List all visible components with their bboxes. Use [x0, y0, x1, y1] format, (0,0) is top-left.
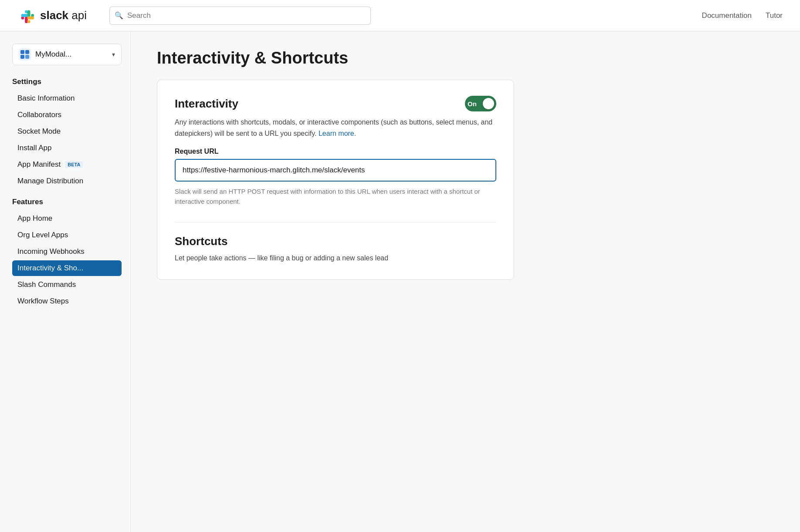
shortcuts-description: Let people take actions — like filing a …: [175, 253, 496, 264]
app-selector-icon: [19, 48, 31, 61]
features-section: Features App Home Org Level Apps Incomin…: [12, 198, 122, 309]
search-icon: 🔍: [115, 11, 123, 20]
search-bar: 🔍: [109, 7, 371, 25]
sidebar-item-manage-distribution[interactable]: Manage Distribution: [12, 173, 122, 189]
svg-rect-1: [20, 50, 24, 54]
sidebar-item-socket-mode[interactable]: Socket Mode: [12, 124, 122, 139]
settings-section: Settings Basic Information Collaborators…: [12, 77, 122, 189]
section-divider: [175, 222, 496, 222]
toggle-knob: [483, 98, 494, 109]
svg-rect-4: [25, 55, 29, 59]
toggle-label: On: [468, 100, 477, 108]
sidebar-item-app-home[interactable]: App Home: [12, 211, 122, 226]
logo[interactable]: slack api: [17, 7, 87, 25]
sidebar-item-basic-information[interactable]: Basic Information: [12, 91, 122, 106]
svg-rect-2: [25, 50, 29, 54]
sidebar-item-workflow-steps[interactable]: Workflow Steps: [12, 293, 122, 309]
svg-rect-0: [19, 48, 31, 61]
layout: MyModal... ▾ Settings Basic Information …: [0, 31, 800, 532]
sidebar-item-org-level-apps[interactable]: Org Level Apps: [12, 227, 122, 243]
sidebar: MyModal... ▾ Settings Basic Information …: [0, 31, 131, 532]
interactivity-section-header: Interactivity On: [175, 96, 496, 111]
main-content: Interactivity & Shortcuts Interactivity …: [131, 31, 800, 532]
svg-rect-3: [20, 55, 24, 59]
request-url-hint: Slack will send an HTTP POST request wit…: [175, 187, 496, 206]
sidebar-item-install-app[interactable]: Install App: [12, 140, 122, 156]
sidebar-item-collaborators[interactable]: Collaborators: [12, 107, 122, 123]
logo-text: slack api: [40, 9, 87, 22]
interactivity-toggle[interactable]: On: [465, 96, 496, 111]
page-title: Interactivity & Shortcuts: [157, 49, 774, 67]
shortcuts-title: Shortcuts: [175, 235, 496, 248]
learn-more-link[interactable]: Learn more.: [319, 130, 356, 137]
search-input[interactable]: [109, 7, 371, 25]
app-selector-name: MyModal...: [35, 50, 108, 59]
header-nav: Documentation Tutor: [702, 11, 783, 20]
main-card: Interactivity On Any interactions with s…: [157, 80, 514, 280]
sidebar-item-slash-commands[interactable]: Slash Commands: [12, 277, 122, 293]
interactivity-title: Interactivity: [175, 97, 238, 111]
sidebar-item-app-manifest[interactable]: App Manifest BETA: [12, 157, 122, 172]
settings-section-title: Settings: [12, 77, 122, 86]
request-url-input[interactable]: [175, 159, 496, 182]
sidebar-item-interactivity-shortcuts[interactable]: Interactivity & Sho...: [12, 260, 122, 276]
beta-badge: BETA: [65, 161, 83, 168]
interactivity-description: Any interactions with shortcuts, modals,…: [175, 117, 496, 139]
sidebar-item-incoming-webhooks[interactable]: Incoming Webhooks: [12, 244, 122, 259]
nav-documentation[interactable]: Documentation: [702, 11, 752, 20]
chevron-down-icon: ▾: [112, 51, 115, 58]
features-section-title: Features: [12, 198, 122, 206]
app-selector[interactable]: MyModal... ▾: [12, 44, 122, 65]
header: slack api 🔍 Documentation Tutor: [0, 0, 800, 31]
toggle-wrap: On: [465, 96, 496, 111]
nav-tutorials[interactable]: Tutor: [766, 11, 783, 20]
request-url-label: Request URL: [175, 148, 496, 155]
slack-logo-icon: [17, 7, 36, 25]
